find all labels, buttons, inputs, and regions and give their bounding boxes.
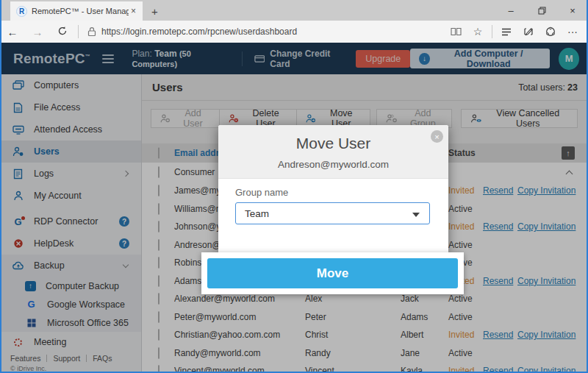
url-text[interactable]: https://login.remotepc.com/rpcnew/userda… xyxy=(101,26,297,37)
close-button[interactable]: × xyxy=(557,0,588,21)
browser-tab-bar: R RemotePC™ - User Management × + – × xyxy=(0,0,588,21)
modal-close-icon[interactable]: × xyxy=(431,130,443,143)
modal-header: Move User Andreson@myworld.com × xyxy=(218,125,448,179)
page-viewport: RemotePC™ Plan: Team (50 Computers) Chan… xyxy=(0,43,588,373)
back-icon[interactable]: ← xyxy=(0,26,25,38)
navbar-divider xyxy=(78,25,79,38)
group-name-label: Group name xyxy=(235,187,431,198)
restore-button[interactable] xyxy=(526,0,557,21)
minimize-button[interactable]: – xyxy=(495,0,526,21)
refresh-icon[interactable] xyxy=(50,26,75,38)
group-name-value: Team xyxy=(245,208,269,219)
lock-icon xyxy=(87,26,96,37)
share-icon[interactable] xyxy=(539,21,562,42)
reading-view-icon[interactable] xyxy=(445,21,467,42)
modal-footer: Move xyxy=(201,252,464,294)
hub-icon[interactable] xyxy=(495,21,517,42)
forward-icon[interactable]: → xyxy=(25,26,50,38)
web-note-icon[interactable] xyxy=(517,21,539,42)
new-tab-button[interactable]: + xyxy=(143,1,167,21)
move-user-modal: Move User Andreson@myworld.com × Group n… xyxy=(218,125,448,252)
tab-title: RemotePC™ - User Management xyxy=(32,7,129,15)
address-bar[interactable]: https://login.remotepc.com/rpcnew/userda… xyxy=(82,23,445,40)
navbar-icons: ☆ ··· xyxy=(445,21,584,42)
browser-navbar: ← → https://login.remotepc.com/rpcnew/us… xyxy=(0,21,588,43)
modal-title: Move User xyxy=(218,125,448,152)
tab-close-icon[interactable]: × xyxy=(129,6,138,16)
remotepc-favicon: R xyxy=(16,6,27,17)
modal-user-email: Andreson@myworld.com xyxy=(218,159,448,170)
browser-window: R RemotePC™ - User Management × + – × ← … xyxy=(0,0,588,373)
group-name-select[interactable]: Team xyxy=(235,202,430,224)
navbar-divider xyxy=(492,25,492,38)
dropdown-caret-icon xyxy=(412,213,420,217)
window-controls: – × xyxy=(495,0,588,21)
move-button[interactable]: Move xyxy=(207,258,458,288)
more-icon[interactable]: ··· xyxy=(562,21,584,42)
favorites-star-icon[interactable]: ☆ xyxy=(467,21,489,42)
modal-body: Group name Team xyxy=(218,179,448,224)
browser-tab[interactable]: R RemotePC™ - User Management × xyxy=(10,1,143,21)
